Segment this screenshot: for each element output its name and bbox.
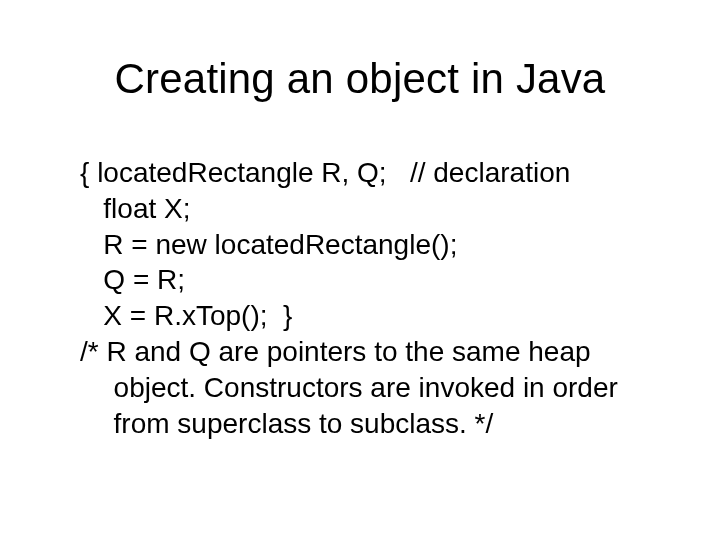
code-line-4: Q = R; bbox=[80, 262, 660, 298]
code-line-3: R = new locatedRectangle(); bbox=[80, 227, 660, 263]
code-line-2: float X; bbox=[80, 191, 660, 227]
slide: Creating an object in Java { locatedRect… bbox=[0, 0, 720, 540]
code-line-5: X = R.xTop(); } bbox=[80, 298, 660, 334]
comment-block: /* R and Q are pointers to the same heap… bbox=[80, 334, 660, 441]
slide-body: { locatedRectangle R, Q; // declaration … bbox=[80, 155, 660, 442]
slide-title: Creating an object in Java bbox=[0, 55, 720, 103]
code-line-1: { locatedRectangle R, Q; // declaration bbox=[80, 155, 660, 191]
